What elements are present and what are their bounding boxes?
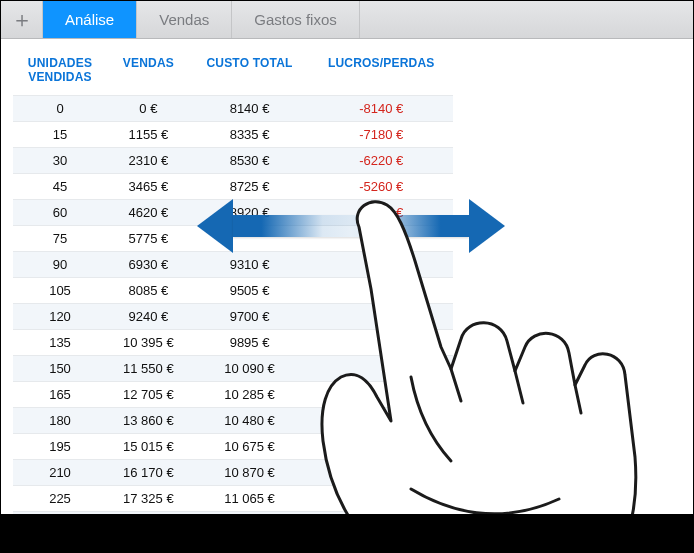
cell-vendas[interactable]: 9240 € <box>107 303 190 329</box>
table-row[interactable]: 22517 325 €11 065 € <box>13 485 453 511</box>
cell-unidades[interactable]: 90 <box>13 251 107 277</box>
tab-label: Gastos fixos <box>254 11 337 28</box>
cell-custo[interactable]: 9505 € <box>190 277 310 303</box>
cell-custo[interactable]: 8335 € <box>190 121 310 147</box>
cell-unidades[interactable]: 0 <box>13 95 107 121</box>
table-row[interactable]: 19515 015 €10 675 € <box>13 433 453 459</box>
add-tab-button[interactable]: ＋ <box>1 1 43 38</box>
cell-custo[interactable]: 11 065 € <box>190 485 310 511</box>
column-header[interactable]: LUCROS/PERDAS <box>309 51 453 95</box>
plus-icon: ＋ <box>11 5 33 35</box>
cell-lucro[interactable] <box>309 329 453 355</box>
cell-custo[interactable]: 9895 € <box>190 329 310 355</box>
cell-lucro[interactable] <box>309 381 453 407</box>
cell-vendas[interactable]: 2310 € <box>107 147 190 173</box>
cell-custo[interactable]: 10 285 € <box>190 381 310 407</box>
cell-lucro[interactable] <box>309 277 453 303</box>
cell-vendas[interactable]: 3465 € <box>107 173 190 199</box>
cell-vendas[interactable]: 4620 € <box>107 199 190 225</box>
table-row[interactable]: 1058085 €9505 € <box>13 277 453 303</box>
cell-custo[interactable]: 10 090 € <box>190 355 310 381</box>
tab-análise[interactable]: Análise <box>43 1 137 38</box>
cell-lucro[interactable] <box>309 459 453 485</box>
cell-custo[interactable]: 10 675 € <box>190 433 310 459</box>
column-header[interactable]: VENDAS <box>107 51 190 95</box>
cell-lucro[interactable]: -5260 € <box>309 173 453 199</box>
cell-vendas[interactable]: 8085 € <box>107 277 190 303</box>
cell-custo[interactable]: 10 870 € <box>190 459 310 485</box>
cell-unidades[interactable]: 195 <box>13 433 107 459</box>
cell-lucro[interactable]: 0 € <box>309 251 453 277</box>
table-row[interactable]: 21016 170 €10 870 € <box>13 459 453 485</box>
cell-vendas[interactable]: 11 550 € <box>107 355 190 381</box>
cell-unidades[interactable]: 30 <box>13 147 107 173</box>
cell-custo[interactable]: 9700 € <box>190 303 310 329</box>
cell-lucro[interactable]: -4300 € <box>309 199 453 225</box>
cell-lucro[interactable] <box>309 303 453 329</box>
cell-unidades[interactable]: 45 <box>13 173 107 199</box>
table-row[interactable]: 13510 395 €9895 € <box>13 329 453 355</box>
table-row[interactable]: 16512 705 €10 285 € <box>13 381 453 407</box>
cell-vendas[interactable]: 1155 € <box>107 121 190 147</box>
cell-custo[interactable] <box>190 225 310 251</box>
cell-unidades[interactable]: 60 <box>13 199 107 225</box>
cell-vendas[interactable]: 16 170 € <box>107 459 190 485</box>
cell-vendas[interactable]: 13 860 € <box>107 407 190 433</box>
table-row[interactable]: 15011 550 €10 090 € <box>13 355 453 381</box>
cell-unidades[interactable]: 210 <box>13 459 107 485</box>
table-row[interactable]: 755775 € <box>13 225 453 251</box>
table-row[interactable]: 151155 €8335 €-7180 € <box>13 121 453 147</box>
table-row[interactable]: 906930 €9310 €0 € <box>13 251 453 277</box>
cell-lucro[interactable] <box>309 355 453 381</box>
cell-lucro[interactable] <box>309 407 453 433</box>
cell-vendas[interactable]: 6930 € <box>107 251 190 277</box>
cell-custo[interactable]: 8530 € <box>190 147 310 173</box>
table-row[interactable]: 453465 €8725 €-5260 € <box>13 173 453 199</box>
tab-label: Vendas <box>159 11 209 28</box>
cell-unidades[interactable]: 105 <box>13 277 107 303</box>
cell-lucro[interactable]: -7180 € <box>309 121 453 147</box>
cell-custo[interactable]: 8725 € <box>190 173 310 199</box>
analysis-table[interactable]: UNIDADESVENDIDASVENDASCUSTO TOTALLUCROS/… <box>13 51 453 552</box>
cell-unidades[interactable]: 135 <box>13 329 107 355</box>
table-row[interactable]: 00 €8140 €-8140 € <box>13 95 453 121</box>
cell-lucro[interactable]: -6220 € <box>309 147 453 173</box>
cell-vendas[interactable]: 12 705 € <box>107 381 190 407</box>
cell-custo[interactable]: 10 480 € <box>190 407 310 433</box>
cell-unidades[interactable]: 120 <box>13 303 107 329</box>
cell-vendas[interactable]: 17 325 € <box>107 485 190 511</box>
cell-unidades[interactable]: 150 <box>13 355 107 381</box>
cell-vendas[interactable]: 5775 € <box>107 225 190 251</box>
tab-vendas[interactable]: Vendas <box>137 1 232 38</box>
cell-unidades[interactable]: 180 <box>13 407 107 433</box>
table-row[interactable]: 18013 860 €10 480 € <box>13 407 453 433</box>
tab-label: Análise <box>65 11 114 28</box>
cell-custo[interactable]: 8140 € <box>190 95 310 121</box>
cell-vendas[interactable]: 0 € <box>107 95 190 121</box>
cell-vendas[interactable]: 10 395 € <box>107 329 190 355</box>
tab-bar: ＋ AnáliseVendasGastos fixos <box>1 1 693 39</box>
table-row[interactable]: 604620 €8920 €-4300 € <box>13 199 453 225</box>
tab-gastos-fixos[interactable]: Gastos fixos <box>232 1 360 38</box>
cell-unidades[interactable]: 75 <box>13 225 107 251</box>
cell-vendas[interactable]: 15 015 € <box>107 433 190 459</box>
bottom-band <box>1 514 693 552</box>
cell-custo[interactable]: 9310 € <box>190 251 310 277</box>
cell-unidades[interactable]: 165 <box>13 381 107 407</box>
cell-unidades[interactable]: 225 <box>13 485 107 511</box>
table-row[interactable]: 1209240 €9700 € <box>13 303 453 329</box>
column-header[interactable]: UNIDADESVENDIDAS <box>13 51 107 95</box>
cell-lucro[interactable]: -8140 € <box>309 95 453 121</box>
cell-lucro[interactable] <box>309 433 453 459</box>
column-header[interactable]: CUSTO TOTAL <box>190 51 310 95</box>
sheet-area[interactable]: UNIDADESVENDIDASVENDASCUSTO TOTALLUCROS/… <box>1 39 693 552</box>
cell-lucro[interactable] <box>309 225 453 251</box>
table-row[interactable]: 302310 €8530 €-6220 € <box>13 147 453 173</box>
cell-lucro[interactable] <box>309 485 453 511</box>
cell-unidades[interactable]: 15 <box>13 121 107 147</box>
cell-custo[interactable]: 8920 € <box>190 199 310 225</box>
